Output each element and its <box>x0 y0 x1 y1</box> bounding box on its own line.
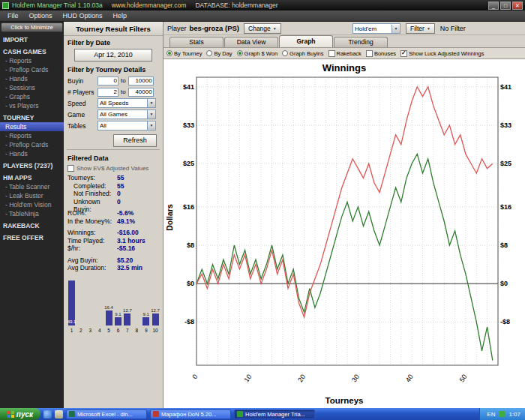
radio-by-day-label: By Day <box>214 50 232 57</box>
players-min-input[interactable] <box>98 88 118 97</box>
main-content: Player bes-groza (PS) Change ▼ Hold'em ▼… <box>164 22 525 408</box>
x-tick-label: 50 <box>458 373 469 383</box>
stat-value: 55 <box>117 174 124 182</box>
sidebar-section-rakeback[interactable]: RAKEBACK <box>0 220 64 230</box>
mini-bar <box>115 317 122 326</box>
radio-by-day[interactable]: By Day <box>206 50 232 57</box>
series-luck-adjusted-winnings <box>196 87 493 317</box>
speed-select[interactable]: All Speeds ▼ <box>98 98 156 108</box>
menu-hud-options[interactable]: HUD Options <box>58 11 108 20</box>
mini-bar-category: 1 <box>68 328 75 333</box>
chart-x-axis-label: Tourneys <box>164 396 525 405</box>
stat-tourneys: Tourneys:55 <box>64 174 163 182</box>
quick-launch-desktop-icon[interactable] <box>55 410 63 418</box>
tray-status-icon[interactable] <box>499 411 505 417</box>
sidebar-minimize-button[interactable]: Click to Minimize <box>1 22 63 32</box>
mini-bar-value: 12.7 <box>151 308 160 313</box>
radio-graph-buyins-label: Graph Buyins <box>290 50 323 57</box>
radio-graph-buyins[interactable]: Graph Buyins <box>282 50 323 57</box>
maximize-window-icon[interactable]: □ <box>500 2 511 10</box>
date-filter-button[interactable]: Apr 12, 2010 <box>74 49 152 62</box>
holdem-manager-icon <box>237 411 243 417</box>
checkbox-luck-adjusted[interactable]: ✓Show Luck Adjusted Winnings <box>400 50 484 57</box>
refresh-button[interactable]: Refresh <box>113 134 157 147</box>
sidebar-section-players[interactable]: PLAYERS (7237) <box>0 160 64 170</box>
menu-help[interactable]: Help <box>108 11 133 20</box>
sidebar-item-tourney-hands[interactable]: - Hands <box>0 149 64 158</box>
sidebar-item-cash-hands[interactable]: - Hands <box>0 74 64 83</box>
sidebar-section-cash-games[interactable]: CASH GAMES <box>0 46 64 56</box>
sidebar-section-free-offer[interactable]: FREE OFFER <box>0 232 64 242</box>
sidebar-section-hm-apps[interactable]: HM APPS <box>0 172 64 182</box>
divider <box>67 149 160 150</box>
sidebar-section-tourney[interactable]: TOURNEY <box>0 112 64 122</box>
stat-label: Tourneys: <box>68 174 117 182</box>
checkbox-rakeback[interactable]: Rakeback <box>328 50 362 57</box>
dropdown-arrow-icon: ▼ <box>147 122 155 130</box>
y-tick-label: $41 <box>500 83 512 91</box>
x-tick-label: 10 <box>242 373 253 383</box>
buyin-min-input[interactable] <box>98 76 118 86</box>
tab-trending[interactable]: Trending <box>334 37 388 47</box>
dropdown-arrow-icon: ▼ <box>147 99 155 107</box>
menu-file[interactable]: File <box>2 11 24 20</box>
mini-bar-category: 6 <box>115 328 122 333</box>
check-icon: ✓ <box>401 50 406 56</box>
sidebar-item-tourney-reports[interactable]: - Reports <box>0 131 64 140</box>
filter-button[interactable]: Filter ▼ <box>406 23 435 34</box>
stat-unknown-buyin: Unknown Buyin:0 <box>64 198 163 206</box>
game-type-select[interactable]: Hold'em ▼ <box>352 23 400 34</box>
mini-bar-category: 9 <box>142 328 149 333</box>
mini-bar-value: 9.1 <box>143 312 149 316</box>
x-tick-label: 30 <box>350 373 361 383</box>
radio-graph-won[interactable]: Graph $ Won <box>237 50 278 57</box>
minimize-window-icon[interactable]: _ <box>488 2 499 10</box>
taskbar-task-holdem-manager[interactable]: Hold'em Manager Tria... <box>234 410 315 419</box>
radio-by-tourney[interactable]: By Tourney <box>166 50 202 57</box>
stat-value: -$16.00 <box>117 229 139 237</box>
game-filter-row: Game All Games ▼ <box>64 109 163 120</box>
stat-label: Completed: <box>74 182 117 190</box>
change-player-button[interactable]: Change ▼ <box>244 23 281 34</box>
stat-label: Avg Buyin: <box>68 256 117 265</box>
ev-adjusted-checkbox[interactable] <box>68 165 74 172</box>
sidebar-item-tableninja[interactable]: - TableNinja <box>0 209 64 218</box>
sidebar-item-cash-reports[interactable]: - Reports <box>0 56 64 65</box>
y-tick-label: $33 <box>500 122 512 129</box>
sidebar-item-import[interactable]: IMPORT <box>0 34 64 44</box>
menu-options[interactable]: Options <box>24 11 58 20</box>
close-window-icon[interactable]: ✕ <box>512 2 523 10</box>
taskbar-task-excel[interactable]: Microsoft Excel - din... <box>66 410 147 419</box>
buyin-max-input[interactable] <box>128 76 154 86</box>
tab-graph[interactable]: Graph <box>279 35 333 47</box>
y-tick-label: -$8 <box>184 318 194 326</box>
y-tick-label: $41 <box>183 83 194 91</box>
taskbar: пуск Microsoft Excel - din... Марафон Do… <box>0 408 525 420</box>
system-tray: EN 1:07 <box>479 408 525 420</box>
language-indicator[interactable]: EN <box>487 411 495 418</box>
start-button[interactable]: пуск <box>0 408 40 420</box>
mini-bar <box>106 310 112 326</box>
game-select[interactable]: All Games ▼ <box>98 110 156 119</box>
checkbox-bonuses[interactable]: Bonuses <box>366 50 396 57</box>
checkbox-bonuses-label: Bonuses <box>374 50 396 57</box>
taskbar-task-poker-tourney[interactable]: Марафон DoN 5.20... <box>150 410 231 419</box>
tab-data-view[interactable]: Data View <box>224 37 278 47</box>
ev-adjusted-option[interactable]: Show EV$ Adjusted Values <box>64 164 163 174</box>
players-max-input[interactable] <box>128 88 154 97</box>
sidebar-item-cash-sessions[interactable]: - Sessions <box>0 83 64 92</box>
sidebar-item-cash-vs-players[interactable]: - vs Players <box>0 101 64 110</box>
sidebar-item-cash-preflop-cards[interactable]: - Preflop Cards <box>0 65 64 74</box>
sidebar-item-tourney-preflop-cards[interactable]: - Preflop Cards <box>0 140 64 149</box>
dropdown-arrow-icon: ▼ <box>147 110 155 118</box>
sidebar-item-leak-buster[interactable]: - Leak Buster <box>0 191 64 200</box>
sidebar-item-table-scanner[interactable]: - Table Scanner <box>0 182 64 191</box>
tab-stats[interactable]: Stats <box>170 37 224 47</box>
sidebar-item-cash-graphs[interactable]: - Graphs <box>0 92 64 101</box>
sidebar-item-tourney-results[interactable]: Results <box>0 122 64 131</box>
sidebar-item-holdem-vision[interactable]: - Hold'em Vision <box>0 200 64 209</box>
quick-launch-browser-icon[interactable] <box>44 410 52 418</box>
tables-select[interactable]: All ▼ <box>98 121 156 130</box>
stat-label: $/hr: <box>68 244 117 253</box>
game-select-value: All Games <box>100 111 128 118</box>
